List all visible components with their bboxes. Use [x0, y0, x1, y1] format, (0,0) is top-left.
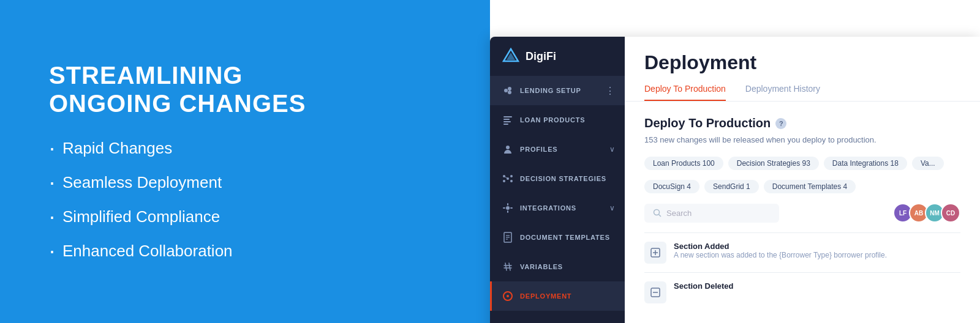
svg-point-21: [507, 295, 509, 297]
main-body: Deploy To Production ? 153 new changes w…: [625, 102, 980, 323]
section-title-text: Deploy To Production: [644, 116, 771, 130]
search-row: Search LF AB NM CD: [644, 203, 960, 223]
section-added-icon: [650, 247, 661, 258]
tag-decision-strategies[interactable]: Decision Strategies 93: [728, 157, 819, 170]
change-item-1: Section Added A new section was added to…: [644, 232, 960, 272]
sidebar-section-label: Lending Setup: [520, 87, 581, 94]
sidebar-label-integrations: INTEGRATIONS: [520, 204, 576, 212]
profiles-chevron-icon: ∨: [609, 145, 615, 154]
change-item-icon-2: [644, 281, 666, 303]
headline: STREAMLINING ONGOING CHANGES: [49, 61, 441, 117]
change-item-text-1: Section Added A new section was added to…: [674, 242, 887, 259]
list-item: Seamless Deployment: [49, 171, 441, 193]
sidebar-label-variables: VARIABLES: [520, 263, 563, 270]
tags-row-2: DocuSign 4 SendGrid 1 Document Templates…: [644, 180, 960, 193]
svg-rect-6: [503, 119, 510, 120]
tag-sendgrid[interactable]: SendGrid 1: [704, 180, 759, 193]
sidebar-item-deployment[interactable]: DEPLOYMENT: [490, 281, 625, 311]
search-input[interactable]: Search: [666, 209, 692, 218]
tag-data-integrations[interactable]: Data Integrations 18: [824, 157, 907, 170]
sidebar-logo-text: DigiFi: [526, 50, 556, 63]
section-description: 153 new changes will be released when yo…: [644, 135, 960, 144]
app-screenshot: DigiFi Lending Setup ⋮: [490, 37, 980, 323]
sidebar-label-deployment: DEPLOYMENT: [520, 292, 571, 300]
avatars-group: LF AB NM CD: [897, 203, 960, 223]
tag-loan-products[interactable]: Loan Products 100: [644, 157, 723, 170]
tags-row-1: Loan Products 100 Decision Strategies 93…: [644, 157, 960, 170]
sidebar-item-profiles[interactable]: PROFILES ∨: [490, 135, 625, 164]
section-title: Deploy To Production ?: [644, 116, 960, 130]
page-title: Deployment: [644, 51, 960, 74]
sidebar-section-menu-icon: ⋮: [605, 85, 615, 97]
sidebar-item-loan-products[interactable]: LOAN PRODUCTS: [490, 105, 625, 135]
svg-line-15: [504, 176, 508, 179]
sidebar-item-variables[interactable]: VARIABLES: [490, 252, 625, 281]
sidebar-logo: DigiFi: [490, 37, 625, 76]
svg-point-12: [510, 175, 513, 177]
sidebar-label-decision: DECISION STRATEGIES: [520, 175, 606, 182]
svg-point-22: [654, 210, 660, 215]
variables-icon: [502, 261, 514, 273]
tag-docusign[interactable]: DocuSign 4: [644, 180, 699, 193]
list-item: Simplified Compliance: [49, 206, 441, 228]
list-item: Enhanced Collaboration: [49, 240, 441, 262]
svg-point-9: [506, 146, 510, 149]
change-item-text-2: Section Deleted: [674, 281, 734, 291]
sidebar-label-profiles: PROFILES: [520, 146, 557, 153]
sidebar-label-loan-products: LOAN PRODUCTS: [520, 116, 585, 124]
svg-point-16: [506, 206, 510, 210]
headline-line1: STREAMLINING: [49, 62, 243, 89]
change-item-icon-1: [644, 242, 666, 264]
tag-document-templates[interactable]: Document Templates 4: [764, 180, 856, 193]
search-box[interactable]: Search: [644, 204, 779, 223]
headline-line2: ONGOING CHANGES: [49, 90, 306, 117]
digifi-logo-icon: [502, 48, 519, 65]
tab-deploy-to-production[interactable]: Deploy To Production: [644, 84, 726, 101]
sidebar-label-document-templates: DOCUMENT TEMPLATES: [520, 234, 610, 241]
svg-rect-7: [503, 121, 511, 122]
lending-setup-icon: [502, 84, 514, 97]
bullet-list: Rapid Changes Seamless Deployment Simpli…: [49, 137, 441, 262]
svg-point-13: [503, 180, 505, 182]
sidebar-item-decision-strategies[interactable]: DECISION STRATEGIES: [490, 164, 625, 193]
svg-point-3: [508, 87, 511, 91]
svg-rect-5: [503, 116, 512, 117]
change-item-2: Section Deleted: [644, 272, 960, 312]
tabs-container: Deploy To Production Deployment History: [644, 84, 960, 101]
profiles-icon: [502, 143, 514, 155]
integrations-chevron-icon: ∨: [609, 204, 615, 212]
main-content: Deployment Deploy To Production Deployme…: [625, 37, 980, 323]
decision-strategies-icon: [502, 173, 514, 185]
integrations-icon: [502, 202, 514, 214]
loan-products-icon: [502, 114, 514, 126]
sidebar-section-header[interactable]: Lending Setup ⋮: [490, 76, 625, 105]
svg-point-2: [504, 89, 508, 92]
help-icon[interactable]: ?: [775, 118, 786, 129]
deployment-icon: [502, 290, 514, 302]
main-header: Deployment Deploy To Production Deployme…: [625, 37, 980, 102]
tag-va[interactable]: Va...: [912, 157, 944, 170]
document-templates-icon: [502, 231, 514, 243]
svg-point-4: [508, 91, 511, 94]
change-title-1: Section Added: [674, 242, 887, 251]
change-title-2: Section Deleted: [674, 281, 734, 291]
avatar-cd: CD: [941, 203, 960, 223]
left-panel: STREAMLINING ONGOING CHANGES Rapid Chang…: [0, 0, 490, 323]
sidebar-item-document-templates[interactable]: DOCUMENT TEMPLATES: [490, 223, 625, 252]
svg-rect-8: [503, 124, 508, 125]
sidebar: DigiFi Lending Setup ⋮: [490, 37, 625, 323]
svg-point-14: [510, 180, 513, 182]
svg-line-23: [659, 215, 662, 217]
sidebar-item-integrations[interactable]: INTEGRATIONS ∨: [490, 193, 625, 223]
list-item: Rapid Changes: [49, 137, 441, 159]
change-desc-1: A new section was added to the {Borrower…: [674, 251, 887, 259]
search-icon: [653, 209, 662, 217]
section-deleted-icon: [650, 287, 661, 298]
tab-deployment-history[interactable]: Deployment History: [745, 84, 820, 101]
